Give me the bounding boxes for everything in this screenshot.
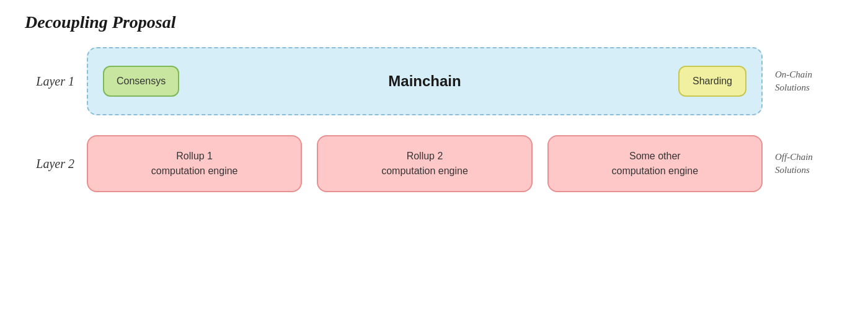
rollup-box-1: Rollup 1 computation engine <box>87 135 302 192</box>
page-title: Decoupling Proposal <box>25 12 843 32</box>
layer2-row: Layer 2 Rollup 1 computation engine Roll… <box>25 135 843 192</box>
mainchain-label: Mainchain <box>388 73 461 90</box>
page: Decoupling Proposal Layer 1 Consensys Ma… <box>0 0 868 323</box>
layer1-side-label: On-Chain Solutions <box>775 68 843 94</box>
layer2-label: Layer 2 <box>25 157 74 171</box>
diagram: Layer 1 Consensys Mainchain Sharding On-… <box>25 47 843 192</box>
layer1-row: Layer 1 Consensys Mainchain Sharding On-… <box>25 47 843 115</box>
rollup-box-2: Rollup 2 computation engine <box>317 135 532 192</box>
layer1-label: Layer 1 <box>25 74 74 89</box>
consensys-box: Consensys <box>103 66 179 97</box>
rollups-container: Rollup 1 computation engine Rollup 2 com… <box>87 135 763 192</box>
layer2-side-label: Off-Chain Solutions <box>775 151 843 177</box>
layer2-content: Rollup 1 computation engine Rollup 2 com… <box>87 135 763 192</box>
mainchain-container: Consensys Mainchain Sharding <box>87 47 763 115</box>
sharding-box: Sharding <box>678 66 746 97</box>
rollup-box-3: Some other computation engine <box>547 135 763 192</box>
layer1-content: Consensys Mainchain Sharding <box>87 47 763 115</box>
